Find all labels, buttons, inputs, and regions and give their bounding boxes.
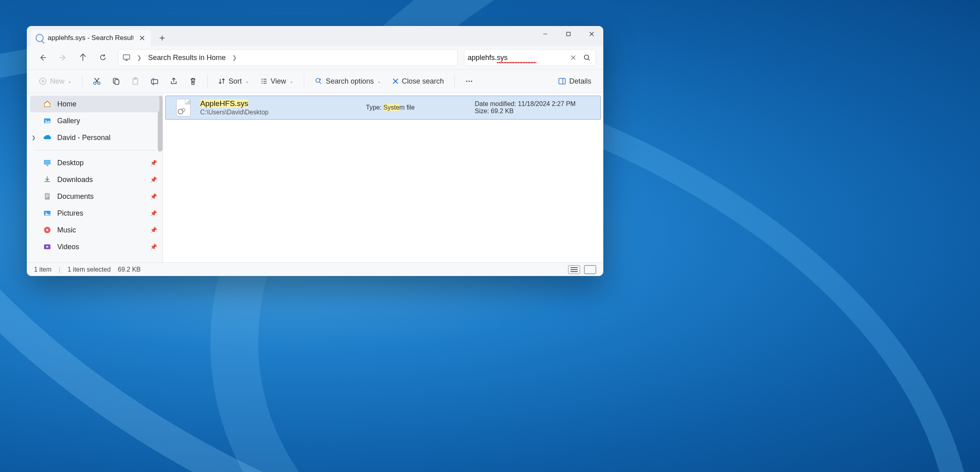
chevron-right-icon[interactable]: ❯ xyxy=(32,135,36,140)
svg-rect-7 xyxy=(115,80,119,84)
search-options-button[interactable]: Search options ⌄ xyxy=(310,73,386,89)
paste-button[interactable] xyxy=(127,73,144,89)
sidebar-item-desktop[interactable]: Desktop 📌 xyxy=(27,154,163,171)
svg-rect-1 xyxy=(123,55,130,59)
tab-title: applehfs.sys - Search Results in xyxy=(48,34,133,42)
sidebar-item-documents[interactable]: Documents 📌 xyxy=(27,188,163,205)
navigation-pane: Home Gallery ❯ David - Personal xyxy=(27,93,163,262)
chevron-right-icon[interactable]: ❯ xyxy=(230,54,239,61)
svg-point-11 xyxy=(316,78,320,82)
system-file-icon xyxy=(176,99,191,116)
chevron-down-icon: ⌄ xyxy=(377,78,381,84)
rename-button[interactable] xyxy=(146,73,163,89)
svg-rect-20 xyxy=(44,160,50,164)
downloads-icon xyxy=(43,175,52,184)
svg-point-2 xyxy=(584,55,589,60)
thumbnails-view-toggle[interactable] xyxy=(584,265,596,274)
spellcheck-underline xyxy=(468,62,565,63)
home-icon xyxy=(43,100,52,108)
sidebar-item-gallery[interactable]: Gallery xyxy=(27,112,163,129)
sidebar-item-home[interactable]: Home xyxy=(30,96,159,112)
close-tab-button[interactable] xyxy=(137,33,147,43)
desktop-icon xyxy=(43,158,52,167)
new-button[interactable]: New ⌄ xyxy=(34,73,76,89)
pin-icon: 📌 xyxy=(150,227,157,233)
status-bar: 1 item | 1 item selected 69.2 KB xyxy=(27,262,603,276)
sidebar-item-music[interactable]: Music 📌 xyxy=(27,222,163,238)
navigation-bar: ❯ Search Results in Home ❯ applehfs.sys xyxy=(27,46,603,69)
file-metadata: Date modified: 11/18/2024 2:27 PM Size: … xyxy=(475,100,595,115)
svg-point-14 xyxy=(468,80,470,82)
back-button[interactable] xyxy=(34,49,52,66)
share-button[interactable] xyxy=(165,73,183,89)
file-type: Type: System file xyxy=(366,104,470,111)
pin-icon: 📌 xyxy=(150,160,157,166)
results-pane: AppleHFS.sys C:\Users\David\Desktop Type… xyxy=(163,93,603,262)
command-bar: New ⌄ Sort ⌄ View ⌄ xyxy=(27,69,603,93)
details-pane-button[interactable]: Details xyxy=(553,73,596,89)
svg-rect-21 xyxy=(45,193,50,200)
clear-search-button[interactable] xyxy=(568,52,579,63)
selection-size: 69.2 KB xyxy=(118,266,141,273)
up-button[interactable] xyxy=(74,49,92,66)
delete-button[interactable] xyxy=(184,73,202,89)
sidebar-item-videos[interactable]: Videos 📌 xyxy=(27,238,163,255)
svg-point-13 xyxy=(466,80,467,82)
sidebar-item-label: Desktop xyxy=(57,159,84,167)
search-box[interactable]: applehfs.sys xyxy=(464,49,596,66)
sidebar-item-label: Downloads xyxy=(57,176,93,184)
sidebar-item-pictures[interactable]: Pictures 📌 xyxy=(27,205,163,222)
address-bar[interactable]: ❯ Search Results in Home ❯ xyxy=(118,49,458,66)
breadcrumb-location[interactable]: Search Results in Home xyxy=(148,54,226,62)
pin-icon: 📌 xyxy=(150,176,157,183)
item-count: 1 item xyxy=(34,266,52,273)
cut-button[interactable] xyxy=(88,73,106,89)
pin-icon: 📌 xyxy=(150,210,157,216)
close-window-button[interactable] xyxy=(580,26,603,42)
copy-button[interactable] xyxy=(107,73,125,89)
chevron-down-icon: ⌄ xyxy=(289,78,293,84)
view-button[interactable]: View ⌄ xyxy=(255,73,298,89)
svg-point-15 xyxy=(471,80,472,82)
svg-rect-16 xyxy=(559,78,565,84)
svg-rect-10 xyxy=(151,80,158,84)
search-result-row[interactable]: AppleHFS.sys C:\Users\David\Desktop Type… xyxy=(165,96,601,120)
sidebar-item-label: Music xyxy=(57,226,76,234)
sidebar-item-label: Pictures xyxy=(57,209,83,218)
sidebar-item-downloads[interactable]: Downloads 📌 xyxy=(27,171,163,188)
sidebar-item-label: Documents xyxy=(57,192,94,201)
music-icon xyxy=(43,226,52,234)
minimize-button[interactable] xyxy=(534,26,557,42)
maximize-button[interactable] xyxy=(557,26,580,42)
gallery-icon xyxy=(43,116,52,125)
pictures-icon xyxy=(43,209,52,218)
chevron-down-icon: ⌄ xyxy=(245,78,249,84)
file-path: C:\Users\David\Desktop xyxy=(200,109,361,116)
onedrive-icon xyxy=(43,133,52,142)
sidebar-item-onedrive[interactable]: ❯ David - Personal xyxy=(27,129,163,146)
more-options-button[interactable] xyxy=(460,73,478,89)
sort-button[interactable]: Sort ⌄ xyxy=(213,73,254,89)
active-tab[interactable]: applehfs.sys - Search Results in xyxy=(31,30,151,46)
file-explorer-window: applehfs.sys - Search Results in xyxy=(27,26,603,276)
refresh-button[interactable] xyxy=(94,49,112,66)
svg-point-18 xyxy=(46,120,47,121)
file-name: AppleHFS.sys xyxy=(200,99,361,108)
svg-rect-0 xyxy=(567,32,570,36)
forward-button[interactable] xyxy=(54,49,72,66)
search-submit-button[interactable] xyxy=(581,52,592,63)
monitor-icon xyxy=(122,54,131,62)
sidebar-item-label: David - Personal xyxy=(57,134,110,142)
chevron-right-icon[interactable]: ❯ xyxy=(135,54,144,61)
search-input[interactable]: applehfs.sys xyxy=(468,54,565,62)
chevron-down-icon: ⌄ xyxy=(68,78,72,84)
titlebar: applehfs.sys - Search Results in xyxy=(27,26,603,46)
svg-point-12 xyxy=(319,79,321,80)
details-view-toggle[interactable] xyxy=(568,265,580,274)
close-search-button[interactable]: Close search xyxy=(388,73,449,89)
svg-point-23 xyxy=(46,212,47,214)
pin-icon: 📌 xyxy=(150,193,157,200)
search-icon xyxy=(36,34,44,42)
selection-count: 1 item selected xyxy=(68,266,111,273)
new-tab-button[interactable] xyxy=(154,30,170,46)
